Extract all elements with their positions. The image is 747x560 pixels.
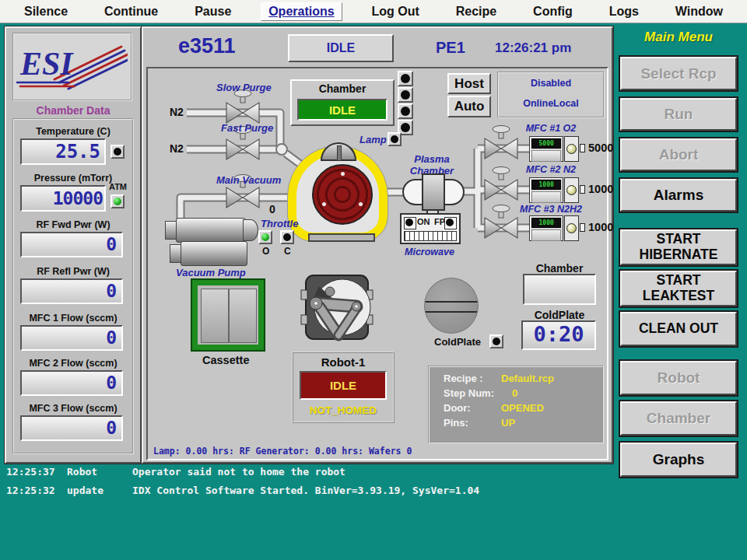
abort-button[interactable]: Abort (620, 138, 737, 171)
mfc2-device: 1000 (529, 177, 579, 203)
mfc1-device-display: 5000 (531, 138, 561, 149)
chamber-indicator-1 (398, 71, 413, 86)
coldplate-icon (424, 278, 479, 334)
robot-substate: NOT_HOMED (293, 404, 393, 416)
fast-purge-label: Fast Purge (221, 122, 273, 134)
hours-status-line: Lamp: 0.00 hrs: RF Generator: 0.00 hrs: … (153, 446, 412, 457)
robot-button[interactable]: Robot (620, 361, 737, 395)
throttle-close-label: C (284, 246, 291, 257)
mfc1-flow-label: MFC 1 Flow (sccm) (14, 313, 132, 324)
menu-item-recipe[interactable]: Recipe (449, 3, 503, 20)
mfc2-flow-label: MFC 2 Flow (sccm) (14, 358, 132, 369)
menu-item-logout[interactable]: Log Out (365, 3, 426, 20)
mfc2-knob-icon (564, 177, 579, 203)
start-hibernate-button[interactable]: START HIBERNATE (620, 229, 737, 265)
menu-item-pause[interactable]: Pause (188, 3, 238, 20)
alarms-button[interactable]: Alarms (620, 179, 737, 212)
chamber-base-icon (308, 233, 375, 242)
microwave-label: Microwave (405, 247, 454, 257)
log-entry-2: 12:25:32updateIDX Control Software Start… (6, 485, 479, 496)
schematic: Slow Purge N2 Fast Purge N2 Main Vacuum … (146, 67, 608, 460)
n2-label-fast: N2 (170, 142, 184, 155)
clock: 12:26:21 pm (495, 40, 571, 56)
temperature-indicator (110, 145, 124, 159)
chamber-button[interactable]: Chamber (620, 401, 737, 436)
vacuum-pump-label: Vacuum Pump (176, 267, 246, 278)
svg-text:ESI: ESI (19, 46, 74, 82)
log-message: IDX Control Software Started. BinVer=3.9… (132, 485, 479, 496)
coldplate-timer-display: 0:20 (521, 320, 596, 350)
rf-fwd-display: 0 (20, 232, 123, 257)
cassette-icon (192, 280, 264, 350)
log-source: Robot (67, 466, 132, 478)
menu-item-continue[interactable]: Continue (97, 3, 165, 20)
coldplate-timer-label: ColdPlate (523, 309, 596, 321)
slow-purge-label: Slow Purge (216, 82, 272, 93)
plasma-tube-block (422, 173, 445, 211)
chamber-indicator-2 (398, 87, 413, 103)
pressure-display: 10000 (20, 185, 106, 212)
host-button[interactable]: Host (447, 73, 491, 94)
mfc3-knob-icon (564, 215, 579, 241)
mfc3-device: 1000 (529, 215, 579, 241)
chamber-status-title: Chamber (292, 82, 393, 95)
log-message: Operator said not to home the robot (132, 466, 345, 478)
mfc3-outlet (580, 223, 585, 232)
mfc1-knob-icon (564, 136, 579, 162)
door-value: OPENED (501, 402, 544, 414)
step-num-label: Step Num: (444, 387, 494, 399)
select-rcp-button[interactable]: Select Rcp (620, 57, 737, 90)
menu-item-config[interactable]: Config (526, 3, 580, 20)
pins-label: Pins: (444, 417, 468, 429)
temperature-display: 25.5 (20, 138, 106, 165)
mfc3-label: MFC #3 N2H2 (506, 204, 596, 215)
mfc3-range: 1000 (588, 221, 613, 233)
esi-logo: ESI (12, 33, 132, 101)
cassette-label: Cassette (202, 354, 249, 366)
comm-status-line1: Disabled (499, 78, 603, 89)
auto-button[interactable]: Auto (447, 96, 491, 117)
microwave-fp-label: FP (434, 217, 445, 226)
rf-refl-display: 0 (20, 278, 123, 304)
mfc1-flow-display: 0 (20, 325, 123, 351)
microwave-fp-indicator (444, 217, 457, 229)
chamber-window-icon (312, 164, 373, 225)
log-time: 12:25:32 (6, 485, 67, 496)
rf-refl-label: RF Refl Pwr (W) (14, 266, 132, 277)
mfc1-range: 5000 (588, 142, 613, 154)
chamber-timer-label: Chamber (523, 262, 596, 275)
chamber-status-display: IDLE (297, 99, 388, 121)
vacuum-pump-cylinder-top (176, 218, 246, 243)
atm-label: ATM (109, 182, 127, 191)
log-source: update (67, 485, 132, 496)
vacuum-pump-nose (243, 219, 258, 241)
pipe-junction (276, 144, 287, 155)
comm-status-box: Disabled OnlineLocal (497, 72, 605, 118)
microwave-on-indicator (404, 217, 416, 229)
vacuum-pump-cylinder-bottom (181, 241, 247, 266)
chamber-indicator-3 (398, 103, 413, 119)
rf-fwd-label: RF Fwd Pwr (W) (14, 219, 132, 230)
main-vacuum-label: Main Vacuum (216, 174, 281, 186)
throttle-close-indicator (280, 230, 294, 244)
robot-title: Robot-1 (293, 355, 393, 369)
mfc3-flow-display: 0 (20, 415, 123, 441)
menu-item-silence[interactable]: Silence (17, 3, 75, 20)
log-time: 12:25:37 (6, 466, 67, 478)
recipe-value: Default.rcp (501, 373, 554, 384)
throttle-open-label: O (262, 246, 269, 257)
system-state-button[interactable]: IDLE (288, 34, 394, 62)
run-button[interactable]: Run (620, 98, 737, 131)
step-num-value: 0 (512, 387, 517, 399)
n2-label-slow: N2 (170, 106, 184, 118)
door-label: Door: (444, 402, 471, 414)
start-leaktest-button[interactable]: START LEAKTEST (620, 271, 737, 306)
graphs-button[interactable]: Graphs (620, 443, 737, 477)
clean-out-button[interactable]: CLEAN OUT (620, 312, 737, 346)
menu-item-window[interactable]: Window (668, 3, 730, 20)
mfc2-range: 1000 (588, 183, 613, 195)
menu-item-logs[interactable]: Logs (602, 3, 646, 20)
menu-item-operations[interactable]: Operations (261, 2, 342, 21)
readout-frame: Temperature (C) 25.5 Pressure (mTorr) 10… (12, 118, 134, 454)
recipe-label: Recipe : (444, 373, 483, 384)
